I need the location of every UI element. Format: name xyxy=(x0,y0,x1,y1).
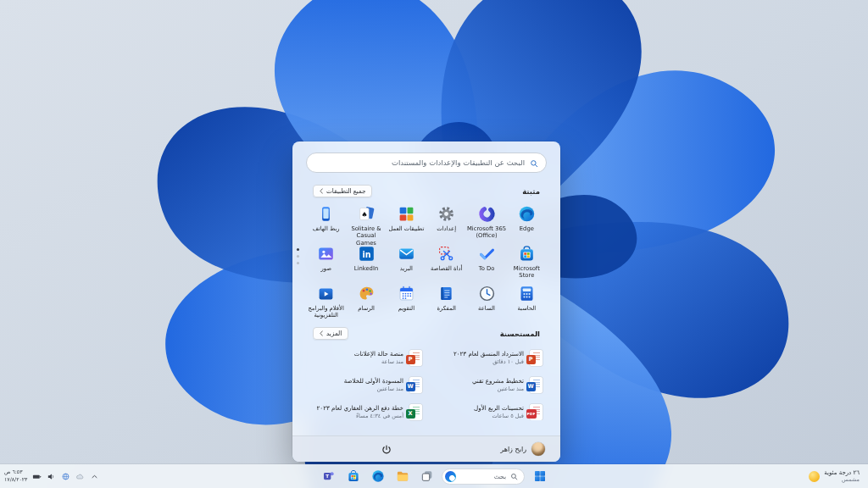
app-label: الساعة xyxy=(478,305,495,312)
battery-icon[interactable] xyxy=(31,471,42,481)
pinned-app[interactable]: To Do xyxy=(466,241,506,281)
volume-icon[interactable] xyxy=(46,471,56,481)
recommended-item[interactable]: PDFتحسينات الربع الأولقبل ٥ ساعات xyxy=(426,398,547,425)
pinned-app[interactable]: Microsoft Store xyxy=(507,241,547,281)
file-tile: P xyxy=(526,355,536,364)
photos-icon xyxy=(317,245,335,263)
svg-text:♠: ♠ xyxy=(361,210,367,219)
recommended-subtitle: قبل ١٠ دقائق xyxy=(453,358,524,365)
pinned-app[interactable]: البريد xyxy=(387,241,426,281)
pinned-app[interactable]: ربط الهاتف xyxy=(306,202,346,241)
recommended-item[interactable]: Pمنصة حالة الإعلاناتمنذ ساعة xyxy=(306,344,426,371)
recommended-title: الاسترداد المنسق لعام ٢٠٢٣ xyxy=(453,350,524,358)
recommended-title: منصة حالة الإعلانات xyxy=(354,350,403,358)
pinned-app[interactable]: inLinkedIn xyxy=(346,241,386,281)
page-dot xyxy=(297,262,299,264)
pinned-app[interactable]: Edge xyxy=(507,202,547,241)
app-label: التقويم xyxy=(398,305,415,312)
file-tile: W xyxy=(406,382,415,391)
recommended-item[interactable]: Wالمسودة الأولى للخلاصةمنذ ساعتين xyxy=(306,371,426,398)
recommended-title: خطة دفع الرهن العقاري لعام ٢٠٢٣ xyxy=(317,404,403,412)
pinned-app[interactable]: صور xyxy=(306,241,346,281)
pinned-app[interactable]: تطبيقات العمل xyxy=(387,202,426,241)
app-label: To Do xyxy=(479,265,495,272)
chevron-left-icon xyxy=(320,330,323,336)
svg-text:in: in xyxy=(362,250,370,259)
app-label: Microsoft 365 (Office) xyxy=(466,225,506,240)
all-apps-button[interactable]: جميع التطبيقات xyxy=(313,185,372,197)
pinned-app[interactable]: الأفلام والبرامج التلفزيونية xyxy=(306,281,346,321)
file-tile: PDF xyxy=(526,409,537,419)
work-apps-icon xyxy=(398,205,415,223)
more-button[interactable]: المزيد xyxy=(313,327,348,340)
app-label: الحاسبة xyxy=(517,305,536,312)
search-placeholder: البحث عن التطبيقات والإعدادات والمستندات xyxy=(392,158,525,167)
recommended-item[interactable]: Pالاسترداد المنسق لعام ٢٠٢٣قبل ١٠ دقائق xyxy=(426,344,547,371)
search-highlights-icon xyxy=(445,471,456,482)
recommended-item[interactable]: Xخطة دفع الرهن العقاري لعام ٢٠٢٣أمس في ٤… xyxy=(306,398,426,425)
taskbar-search-input[interactable]: بحث xyxy=(442,469,525,485)
page-dot xyxy=(297,255,299,258)
start-button[interactable] xyxy=(530,467,549,486)
todo-icon xyxy=(478,245,496,263)
system-tray: ٦:٥٣ ص ١٧/٨/٢٠٢٣ xyxy=(4,464,99,488)
teams-taskbar-button[interactable]: T xyxy=(319,467,338,486)
edge-taskbar-button[interactable] xyxy=(368,467,387,486)
user-name: رابح زاهر xyxy=(500,446,526,453)
network-icon[interactable] xyxy=(60,471,70,481)
recommended-grid: Pالاسترداد المنسق لعام ٢٠٢٣قبل ١٠ دقائقP… xyxy=(306,344,547,425)
pinned-app[interactable]: إعدادات xyxy=(426,202,466,241)
taskbar-center: بحث T xyxy=(319,464,549,488)
pinned-page-indicator xyxy=(297,248,299,264)
pinned-app[interactable]: المفكرة xyxy=(426,281,466,321)
app-label: البريد xyxy=(400,265,413,272)
pinned-app[interactable]: التقويم xyxy=(387,281,426,321)
pinned-app[interactable]: الحاسبة xyxy=(507,281,547,321)
user-profile-button[interactable]: رابح زاهر xyxy=(500,442,545,456)
more-label: المزيد xyxy=(326,330,342,337)
recommended-title: المسودة الأولى للخلاصة xyxy=(344,377,403,385)
clock-icon xyxy=(478,285,496,302)
pinned-app[interactable]: أداة القصاصة xyxy=(426,241,466,281)
recommended-item[interactable]: Wتخطيط مشروع تقنيمنذ ساعتين xyxy=(426,371,547,398)
microsoft-365-icon xyxy=(478,205,496,223)
app-label: صور xyxy=(320,265,331,272)
weather-widget[interactable]: ٢٦ درجة مئوية مشمس xyxy=(805,464,863,488)
start-search-input[interactable]: البحث عن التطبيقات والإعدادات والمستندات xyxy=(306,152,547,173)
recommended-section-title: المستحسنة xyxy=(500,330,540,338)
task-view-button[interactable] xyxy=(417,467,437,486)
pinned-app[interactable]: Microsoft 365 (Office) xyxy=(466,202,506,241)
pinned-app[interactable]: الساعة xyxy=(466,281,506,321)
pdf-file-icon: PDF xyxy=(530,404,542,420)
taskbar-clock[interactable]: ٦:٥٣ ص ١٧/٨/٢٠٢٣ xyxy=(4,469,27,483)
pinned-apps-grid: EdgeMicrosoft 365 (Office)إعداداتتطبيقات… xyxy=(306,202,547,321)
file-tile: X xyxy=(406,409,415,419)
app-label: Microsoft Store xyxy=(507,265,547,280)
movies-tv-icon xyxy=(317,285,335,302)
file-tile: W xyxy=(526,382,536,391)
recommended-subtitle: أمس في ٤:٣٤ مساءً xyxy=(317,413,403,419)
power-button[interactable] xyxy=(381,444,392,456)
start-menu-footer: رابح زاهر xyxy=(292,435,560,462)
chevron-left-icon xyxy=(320,188,323,194)
word-file-icon: W xyxy=(530,377,542,393)
app-label: الأفلام والبرامج التلفزيونية xyxy=(306,305,346,319)
app-label: LinkedIn xyxy=(354,265,379,272)
file-explorer-button[interactable] xyxy=(392,467,412,486)
pinned-app[interactable]: ♠Solitaire & Casual Games xyxy=(346,202,386,241)
taskbar-search-label: بحث xyxy=(494,473,506,480)
solitaire-icon: ♠ xyxy=(358,205,376,223)
all-apps-label: جميع التطبيقات xyxy=(326,187,365,195)
file-tile: P xyxy=(406,355,415,364)
app-label: المفكرة xyxy=(437,305,455,312)
app-label: أداة القصاصة xyxy=(431,265,462,272)
word-file-icon: W xyxy=(409,377,422,393)
search-icon xyxy=(510,473,518,480)
pinned-app[interactable]: الرسام xyxy=(346,281,386,321)
onedrive-icon[interactable] xyxy=(75,471,85,481)
chevron-up-icon[interactable] xyxy=(89,471,99,481)
weather-temperature: ٢٦ درجة مئوية xyxy=(824,469,860,477)
microsoft-store-taskbar-button[interactable] xyxy=(343,467,363,486)
svg-text:T: T xyxy=(326,474,329,479)
snipping-tool-icon xyxy=(437,245,455,263)
